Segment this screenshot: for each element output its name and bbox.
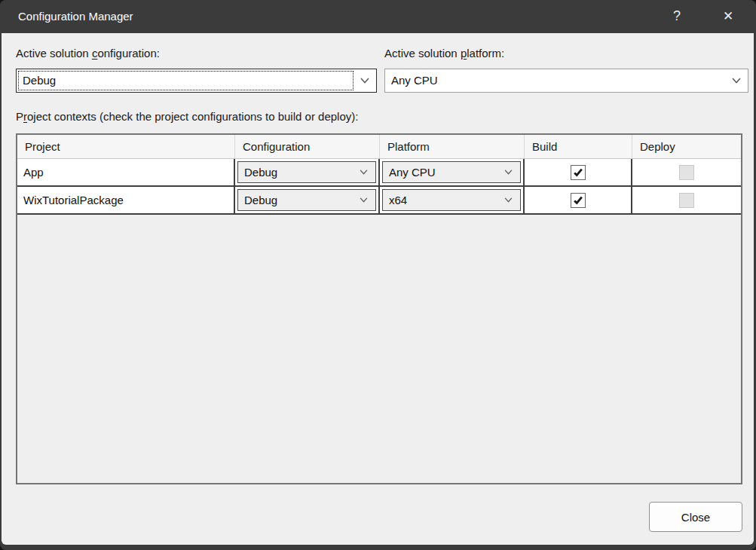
column-header-project: Project <box>17 135 235 158</box>
deploy-checkbox <box>679 165 694 180</box>
title-bar: Configuration Manager ? ✕ <box>0 0 756 33</box>
chevron-down-icon <box>360 78 369 84</box>
chevron-down-icon <box>732 78 741 84</box>
build-checkbox[interactable] <box>571 193 586 208</box>
row-platform-select[interactable]: x64 <box>382 189 521 211</box>
chevron-down-icon <box>360 197 369 203</box>
column-header-build: Build <box>525 135 632 158</box>
column-header-deploy: Deploy <box>632 135 741 158</box>
table-row: App Debug Any CPU <box>17 159 741 187</box>
active-solution-platform-select[interactable]: Any CPU <box>384 69 748 93</box>
project-name-cell: App <box>17 159 235 185</box>
chevron-down-icon <box>504 170 513 176</box>
deploy-cell <box>632 159 741 185</box>
close-icon: ✕ <box>723 8 733 24</box>
build-cell <box>525 159 632 185</box>
column-header-configuration: Configuration <box>235 135 380 158</box>
window-title: Configuration Manager <box>18 0 133 33</box>
deploy-checkbox <box>679 193 694 208</box>
active-solution-configuration-value: Debug <box>23 69 350 92</box>
close-button[interactable]: Close <box>649 502 742 532</box>
active-solution-configuration-select[interactable]: Debug <box>16 69 377 93</box>
project-name-cell: WixTutorialPackage <box>17 187 235 213</box>
active-solution-platform-value: Any CPU <box>391 69 722 92</box>
deploy-cell <box>632 187 741 213</box>
table-row: WixTutorialPackage Debug x64 <box>17 187 741 215</box>
configuration-manager-dialog: Configuration Manager ? ✕ Active solutio… <box>0 0 756 550</box>
column-header-platform: Platform <box>380 135 525 158</box>
project-contexts-label: Project contexts (check the project conf… <box>16 110 358 123</box>
configuration-cell: Debug <box>235 159 380 185</box>
row-configuration-select[interactable]: Debug <box>237 189 376 211</box>
row-configuration-select[interactable]: Debug <box>237 161 376 183</box>
chevron-down-icon <box>360 170 369 176</box>
platform-cell: x64 <box>380 187 525 213</box>
chevron-down-icon <box>504 197 513 203</box>
active-solution-platform-label: Active solution platform: <box>384 47 504 60</box>
build-cell <box>525 187 632 213</box>
window-close-button[interactable]: ✕ <box>711 0 745 32</box>
active-solution-configuration-label: Active solution configuration: <box>16 47 160 60</box>
project-contexts-grid: Project Configuration Platform Build Dep… <box>16 133 742 484</box>
build-checkbox[interactable] <box>571 165 586 180</box>
configuration-cell: Debug <box>235 187 380 213</box>
grid-header-row: Project Configuration Platform Build Dep… <box>17 135 741 159</box>
help-icon: ? <box>673 8 681 24</box>
help-button[interactable]: ? <box>660 0 694 32</box>
row-platform-select[interactable]: Any CPU <box>382 161 521 183</box>
close-button-label: Close <box>681 511 710 524</box>
platform-cell: Any CPU <box>380 159 525 185</box>
